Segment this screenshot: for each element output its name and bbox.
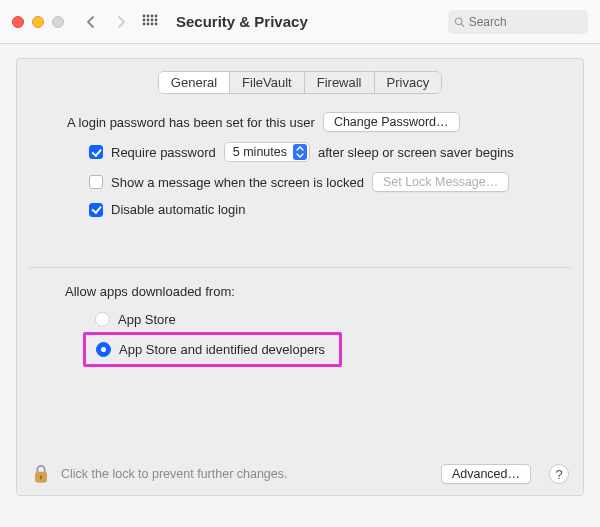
show-message-label: Show a message when the screen is locked (111, 175, 364, 190)
window-controls (12, 16, 64, 28)
tabs: General FileVault Firewall Privacy (17, 71, 583, 94)
help-button[interactable]: ? (549, 464, 569, 484)
section-divider (29, 267, 571, 268)
page-title: Security & Privacy (176, 13, 308, 30)
search-icon (454, 16, 465, 28)
titlebar: Security & Privacy (0, 0, 600, 44)
svg-point-7 (155, 18, 158, 21)
grid-icon (142, 14, 158, 30)
tab-firewall[interactable]: Firewall (304, 71, 375, 94)
svg-point-10 (151, 22, 154, 25)
require-password-delay-select[interactable]: 5 minutes (224, 142, 310, 162)
close-window-button[interactable] (12, 16, 24, 28)
advanced-button[interactable]: Advanced… (441, 464, 531, 484)
svg-point-2 (151, 14, 154, 17)
require-password-checkbox[interactable] (89, 145, 103, 159)
highlight-annotation: App Store and identified developers (83, 332, 342, 367)
zoom-window-button (52, 16, 64, 28)
svg-point-9 (147, 22, 150, 25)
panel-footer: Click the lock to prevent further change… (17, 452, 583, 496)
show-message-checkbox[interactable] (89, 175, 103, 189)
login-password-text: A login password has been set for this u… (67, 115, 315, 130)
tab-general[interactable]: General (158, 71, 230, 94)
svg-point-11 (155, 22, 158, 25)
radio-app-store-identified[interactable] (96, 342, 111, 357)
require-password-label: Require password (111, 145, 216, 160)
set-lock-message-button: Set Lock Message… (372, 172, 509, 192)
radio-app-store[interactable] (95, 312, 110, 327)
svg-point-0 (143, 14, 146, 17)
svg-line-13 (461, 23, 464, 26)
svg-point-4 (143, 18, 146, 21)
allow-apps-section: Allow apps downloaded from: App Store Ap… (17, 284, 583, 367)
minimize-window-button[interactable] (32, 16, 44, 28)
search-field[interactable] (448, 10, 588, 34)
allow-apps-header: Allow apps downloaded from: (65, 284, 583, 299)
login-password-row: A login password has been set for this u… (67, 112, 559, 132)
chevron-right-icon (115, 15, 127, 29)
svg-point-3 (155, 14, 158, 17)
disable-auto-login-checkbox[interactable] (89, 203, 103, 217)
tab-filevault[interactable]: FileVault (229, 71, 305, 94)
svg-rect-16 (40, 477, 41, 480)
chevron-left-icon (85, 15, 97, 29)
show-all-button[interactable] (140, 12, 160, 32)
updown-icon (293, 144, 307, 160)
change-password-button[interactable]: Change Password… (323, 112, 460, 132)
lock-button[interactable] (31, 464, 51, 484)
lock-icon (32, 464, 50, 484)
require-password-row: Require password 5 minutes after sleep o… (41, 142, 559, 162)
svg-point-6 (151, 18, 154, 21)
tab-privacy[interactable]: Privacy (374, 71, 443, 94)
lock-text: Click the lock to prevent further change… (61, 467, 431, 481)
radio-app-store-identified-label: App Store and identified developers (119, 342, 325, 357)
disable-auto-login-label: Disable automatic login (111, 202, 245, 217)
allow-apps-app-store-row[interactable]: App Store (89, 309, 583, 330)
preferences-panel: General FileVault Firewall Privacy A log… (16, 58, 584, 496)
show-message-row: Show a message when the screen is locked… (41, 172, 559, 192)
disable-auto-login-row: Disable automatic login (41, 202, 559, 217)
search-input[interactable] (469, 15, 582, 29)
svg-point-5 (147, 18, 150, 21)
radio-app-store-label: App Store (118, 312, 176, 327)
allow-apps-identified-row[interactable]: App Store and identified developers (90, 339, 331, 360)
after-sleep-text: after sleep or screen saver begins (318, 145, 514, 160)
svg-point-8 (143, 22, 146, 25)
back-button[interactable] (80, 11, 102, 33)
forward-button (110, 11, 132, 33)
require-password-delay-value: 5 minutes (233, 145, 287, 159)
svg-point-1 (147, 14, 150, 17)
